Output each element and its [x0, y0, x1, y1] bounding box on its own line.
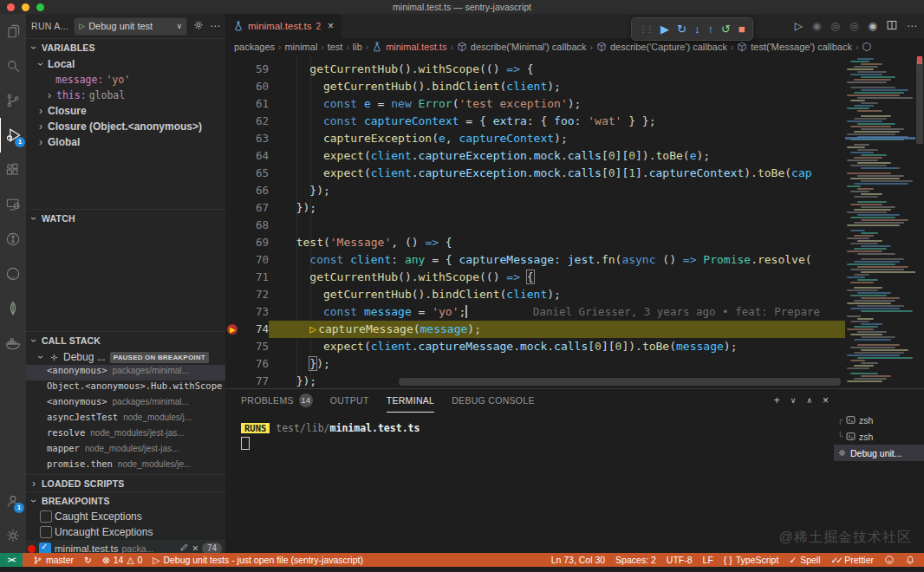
remove-breakpoint-icon[interactable]: ×	[192, 543, 198, 553]
gitlens-icon[interactable]	[0, 222, 26, 257]
settings-gear-icon[interactable]	[0, 518, 26, 553]
stack-frame-row[interactable]: resolvenode_modules/jest-jas...	[26, 427, 225, 443]
code-line[interactable]: 74 ▷captureMessage(message);	[225, 321, 845, 338]
stack-frame-row[interactable]: promise.thennode_modules/je...	[26, 458, 225, 474]
debug-session-row[interactable]: › Debug ... PAUSED ON BREAKPOINT	[26, 349, 225, 365]
line-number[interactable]: 70	[239, 251, 269, 269]
more-actions-icon[interactable]: ⋯	[210, 21, 220, 31]
terminal-output[interactable]: RUNS test/lib/minimal.test.ts	[241, 422, 420, 450]
breakpoint-gutter[interactable]	[225, 269, 239, 286]
breakpoints-section-header[interactable]: › BREAKPOINTS	[26, 491, 225, 509]
tab-minimal-test-ts[interactable]: minimal.test.ts 2 ×	[225, 14, 342, 38]
stack-frame-row[interactable]: Object.<anonymous>.Hub.withScope	[26, 380, 225, 396]
sync-changes-item[interactable]: ↻	[84, 555, 92, 565]
tab-output[interactable]: OUTPUT	[330, 389, 369, 412]
code-line[interactable]: 70 const client: any = { captureMessage:…	[225, 251, 845, 269]
breadcrumb-item[interactable]: test	[328, 42, 343, 52]
line-number[interactable]: 66	[239, 182, 269, 199]
step-into-icon[interactable]: ↓	[694, 23, 700, 35]
breakpoint-gutter[interactable]	[225, 234, 239, 251]
code-line[interactable]: 69 test('Message', () => {	[225, 234, 845, 251]
breadcrumb-file[interactable]: minimal.test.ts	[386, 42, 446, 52]
line-number[interactable]: 74	[239, 321, 269, 338]
breakpoint-gutter[interactable]	[225, 373, 239, 388]
line-number[interactable]: 68	[239, 217, 269, 234]
breadcrumb-symbol[interactable]: describe('Minimal') callback	[471, 42, 587, 52]
breakpoint-gutter[interactable]	[225, 251, 239, 269]
code-line[interactable]: 68	[225, 217, 845, 234]
tab-terminal[interactable]: TERMINAL	[387, 389, 435, 413]
breakpoint-gutter[interactable]	[225, 303, 239, 321]
line-number[interactable]: 73	[239, 303, 269, 321]
line-number[interactable]: 75	[239, 338, 269, 355]
mongodb-icon[interactable]	[0, 291, 26, 326]
paused-breakpoint-icon[interactable]	[225, 321, 239, 338]
breakpoint-gutter[interactable]	[225, 95, 239, 113]
stack-frame-row[interactable]: <anonymous>packages/minimal...	[26, 365, 225, 380]
code-editor[interactable]: 59 getCurrentHub().withScope(() => {60 g…	[225, 55, 924, 388]
variables-scope-closure-anonymous[interactable]: › Closure (Object.<anonymous>)	[26, 119, 225, 134]
cursor-position-item[interactable]: Ln 73, Col 30	[551, 555, 605, 565]
variable-this[interactable]: › this: global	[26, 88, 225, 103]
record-icon[interactable]: ◎	[849, 20, 858, 32]
code-line[interactable]: 67 });	[225, 199, 845, 217]
breakpoint-caught-exceptions[interactable]: Caught Exceptions	[26, 509, 225, 524]
terminal-list-item-zsh[interactable]: └ zsh	[834, 428, 924, 445]
line-number[interactable]: 67	[239, 199, 269, 217]
debug-task-item[interactable]: ▷ Debug unit tests - just open file (sen…	[153, 555, 363, 565]
line-number[interactable]: 77	[239, 373, 269, 388]
checkbox-unchecked[interactable]	[40, 510, 52, 523]
variables-section-header[interactable]: › VARIABLES	[26, 38, 225, 56]
debug-configuration-dropdown[interactable]: ▷ Debug unit test ∨	[74, 17, 187, 36]
accounts-icon[interactable]: 1	[0, 484, 26, 518]
code-line[interactable]: 64 expect(client.captureException.mock.c…	[225, 147, 845, 165]
code-line[interactable]: 76 });	[225, 355, 845, 373]
line-number[interactable]: 59	[239, 61, 269, 78]
extensions-icon[interactable]	[0, 153, 26, 187]
line-number[interactable]: 64	[239, 147, 269, 165]
stop-icon[interactable]: ■	[739, 23, 745, 35]
breakpoint-gutter[interactable]	[225, 355, 239, 373]
breakpoint-uncaught-exceptions[interactable]: Uncaught Exceptions	[26, 524, 225, 540]
new-terminal-icon[interactable]: +	[774, 394, 780, 406]
breadcrumb-item[interactable]: lib	[353, 42, 362, 52]
line-number[interactable]: 76	[239, 355, 269, 373]
breakpoint-gutter[interactable]	[225, 165, 239, 182]
spell-checker-item[interactable]: ✓ Spell	[789, 555, 820, 565]
breakpoint-gutter[interactable]	[225, 199, 239, 217]
remote-explorer-icon[interactable]	[0, 187, 26, 222]
terminal-dropdown-icon[interactable]: ∨	[791, 396, 797, 405]
code-line[interactable]: 71 getCurrentHub().withScope(() => {	[225, 269, 845, 286]
breakpoint-gutter[interactable]	[225, 217, 239, 234]
debug-settings-gear-icon[interactable]	[192, 19, 205, 34]
stack-frame-row[interactable]: <anonymous>packages/minimal...	[26, 396, 225, 412]
close-tab-icon[interactable]: ×	[328, 20, 334, 32]
line-number[interactable]: 60	[239, 78, 269, 95]
line-number[interactable]: 65	[239, 165, 269, 182]
variables-scope-global[interactable]: › Global	[26, 134, 225, 150]
terminal-list-item-debug[interactable]: Debug unit...	[834, 445, 924, 461]
prettier-item[interactable]: ✓✓ Prettier	[831, 555, 874, 565]
breakpoint-gutter[interactable]	[225, 147, 239, 165]
explorer-icon[interactable]	[0, 14, 26, 49]
horizontal-scrollbar[interactable]	[399, 378, 841, 386]
watch-section-header[interactable]: › WATCH	[26, 209, 225, 227]
line-number[interactable]: 63	[239, 130, 269, 147]
variable-message[interactable]: message: 'yo'	[26, 72, 225, 88]
loaded-scripts-section-header[interactable]: › LOADED SCRIPTS	[26, 474, 225, 491]
line-number[interactable]: 69	[239, 234, 269, 251]
code-line[interactable]: 59 getCurrentHub().withScope(() => {	[225, 61, 845, 78]
breakpoint-gutter[interactable]	[225, 286, 239, 303]
code-line[interactable]: 61 const e = new Error('test exception')…	[225, 95, 845, 113]
checkbox-unchecked[interactable]	[40, 526, 52, 538]
variables-scope-local[interactable]: › Local	[26, 56, 225, 72]
code-line[interactable]: 60 getCurrentHub().bindClient(client);	[225, 78, 845, 95]
breadcrumb-symbol[interactable]: test('Message') callback	[751, 42, 852, 52]
feedback-smiley-icon[interactable]	[884, 555, 895, 565]
reverse-icon[interactable]: ◎	[831, 20, 840, 32]
debug-run-icon[interactable]: ◉	[869, 20, 877, 32]
notifications-bell-icon[interactable]	[905, 555, 915, 565]
terminal-list-item-zsh[interactable]: ┌ zsh	[834, 412, 924, 428]
split-editor-icon[interactable]	[887, 20, 897, 33]
restart-icon[interactable]: ↺	[721, 23, 731, 35]
